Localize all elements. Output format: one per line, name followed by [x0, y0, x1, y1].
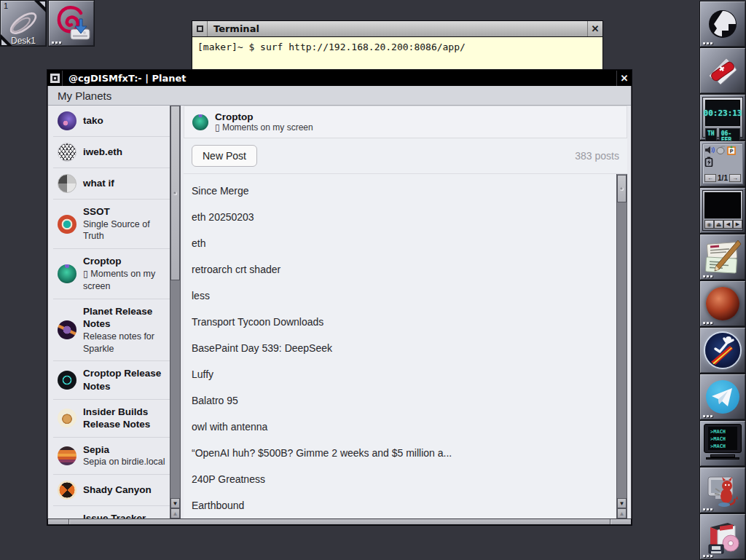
planet-avatar-ssot: [58, 215, 76, 234]
mach-terminal-icon: >MACH >MACH >MACH: [703, 424, 742, 463]
system-tray-icon: P 1/1: [702, 143, 743, 184]
dock-tile-mach-terminal[interactable]: >MACH >MACH >MACH: [699, 420, 746, 467]
dock-tile-wprefs[interactable]: [699, 47, 746, 94]
dock-tile-system-tray[interactable]: P 1/1: [699, 141, 746, 187]
posts-count: 383 posts: [575, 150, 619, 162]
feed-title: Croptop: [215, 111, 313, 122]
minimize-button[interactable]: [47, 71, 63, 86]
dock-tile-bsd-daemon[interactable]: [699, 467, 746, 513]
sidebar-item-insider-builds[interactable]: Insider Builds Release Notes: [53, 400, 170, 438]
telegram-icon: [706, 380, 739, 414]
sidebar-scrollbar[interactable]: [170, 106, 181, 518]
tray-prev-button[interactable]: [704, 174, 716, 182]
feed-subtitle: ▯ Moments on my screen: [215, 122, 313, 133]
croptop-avatar: [192, 114, 208, 130]
sidebar-item-croptop-release-notes[interactable]: Croptop Release Notes: [53, 361, 170, 399]
sidebar-item-croptop[interactable]: Croptop▯ Moments on my screen: [53, 249, 170, 299]
new-post-button[interactable]: New Post: [192, 145, 257, 167]
debian-install-icon: [52, 3, 93, 44]
next-button[interactable]: [733, 220, 742, 229]
post-item[interactable]: 240P Greatness: [192, 466, 608, 492]
eject-button[interactable]: [714, 220, 723, 229]
post-item[interactable]: Since Merge: [192, 178, 608, 204]
post-item[interactable]: eth: [192, 230, 608, 256]
tray-next-button[interactable]: [729, 174, 741, 182]
speaker-icon[interactable]: [704, 146, 715, 154]
bsd-daemon-icon: [704, 471, 742, 509]
prev-button[interactable]: [723, 220, 733, 229]
media-player-icon: [702, 190, 743, 231]
clock-time: 00:23:13: [705, 100, 740, 126]
running-indicator: [703, 415, 712, 417]
feed-toolbar: New Post 383 posts: [184, 138, 627, 174]
planet-avatar-iweb: [58, 143, 76, 162]
feed-panel: Croptop ▯ Moments on my screen New Post …: [184, 106, 627, 518]
parcel-tracker-icon[interactable]: P: [727, 146, 736, 155]
sidebar-item-iweb-eth[interactable]: iweb.eth: [53, 137, 170, 168]
planet-avatar-what-if: [58, 174, 76, 193]
dock-tile-clock[interactable]: 00:23:13 TH 06-FEB: [699, 94, 746, 141]
close-button[interactable]: [616, 71, 632, 86]
svg-text:P: P: [730, 149, 734, 154]
post-item[interactable]: Transport Tycoon Downloads: [192, 309, 608, 335]
scroll-down-button[interactable]: [170, 498, 180, 508]
sidebar-item-issue-tracker[interactable]: Issue Tracker▯▯▯▯ Planet ▯▯▯▯▯ Issue Tra…: [53, 506, 170, 518]
minimize-button[interactable]: [192, 21, 208, 36]
workspace-label: Desk1: [11, 36, 36, 46]
sidebar-item-shady-canyon[interactable]: Shady Canyon: [53, 475, 170, 506]
terminal-title: Terminal: [208, 23, 259, 34]
dock-tile-debian-installer[interactable]: [48, 0, 95, 47]
red-moon-icon: [706, 287, 739, 320]
post-item[interactable]: Earthbound: [192, 492, 608, 518]
post-item[interactable]: Balatro 95: [192, 387, 608, 414]
wmaker-dock: 00:23:13 TH 06-FEB P 1/1: [699, 1, 746, 560]
post-item[interactable]: BasePaint Day 539: DeepSeek: [192, 335, 608, 361]
scroll-up-button[interactable]: [170, 508, 180, 518]
dock-tile-ski-jump[interactable]: [699, 327, 746, 374]
compose-mail-icon: [703, 237, 742, 277]
sidebar-item-what-if[interactable]: what if: [53, 168, 170, 200]
planet-avatar-insider-builds: [58, 409, 76, 427]
feed-header: Croptop ▯ Moments on my screen: [184, 106, 627, 138]
dock-tile-planet-app[interactable]: [699, 280, 746, 327]
planet-sidebar: tako iweb.eth what if SSOTSingle Source …: [53, 106, 170, 518]
post-item[interactable]: “OpenAI huh? $500B? Gimme 2 weeks and $5…: [192, 440, 608, 466]
close-button[interactable]: [587, 21, 602, 36]
posts-list: Since Merge eth 20250203 eth retroarch c…: [184, 174, 616, 518]
dock-tile-telegram[interactable]: [699, 374, 746, 420]
lcd-clock-icon: 00:23:13 TH 06-FEB: [702, 97, 743, 138]
post-item[interactable]: retroarch crt shader: [192, 256, 608, 283]
player-screen: [704, 192, 741, 218]
wmaker-logo-icon: [707, 8, 739, 40]
record-button[interactable]: [704, 220, 714, 229]
running-indicator: [703, 42, 712, 44]
post-item[interactable]: owl with antenna: [192, 414, 608, 440]
dock-tile-software-package[interactable]: [699, 513, 746, 560]
scroll-up-button[interactable]: [617, 508, 627, 518]
dock-tile-compose-mail[interactable]: [699, 234, 746, 280]
dock-tile-wmaker[interactable]: [699, 1, 746, 47]
swiss-army-knife-icon: [704, 52, 741, 89]
planet-window-title: @cgDISMfxT:- | Planet: [63, 73, 186, 84]
running-indicator: [703, 322, 712, 324]
sidebar-item-planet-release-notes[interactable]: Planet Release NotesRelease notes for Sp…: [53, 299, 170, 362]
planet-avatar-tako: [58, 111, 76, 130]
dock-tile-media-player[interactable]: [699, 187, 746, 234]
sidebar-item-ssot[interactable]: SSOTSingle Source of Truth: [53, 200, 170, 249]
sidebar-scrollbar-thumb[interactable]: [170, 106, 180, 280]
feed-scrollbar-thumb[interactable]: [617, 175, 627, 202]
window-resize-bar[interactable]: [47, 518, 632, 525]
planet-titlebar[interactable]: @cgDISMfxT:- | Planet: [47, 70, 632, 86]
planet-window: @cgDISMfxT:- | Planet My Planets tako iw…: [47, 69, 632, 526]
workspace-clip[interactable]: 1 Desk1: [0, 0, 47, 47]
sidebar-item-tako[interactable]: tako: [53, 106, 170, 137]
feed-scrollbar[interactable]: [616, 174, 627, 518]
post-item[interactable]: Luffy: [192, 361, 608, 387]
battery-icon[interactable]: [704, 157, 713, 167]
mouse-icon[interactable]: [716, 146, 726, 154]
scroll-down-button[interactable]: [617, 498, 627, 508]
sidebar-item-sepia[interactable]: SepiaSepia on birdie.local: [53, 438, 170, 475]
post-item[interactable]: less: [192, 283, 608, 309]
terminal-titlebar[interactable]: Terminal: [192, 21, 602, 37]
post-item[interactable]: eth 20250203: [192, 204, 608, 230]
